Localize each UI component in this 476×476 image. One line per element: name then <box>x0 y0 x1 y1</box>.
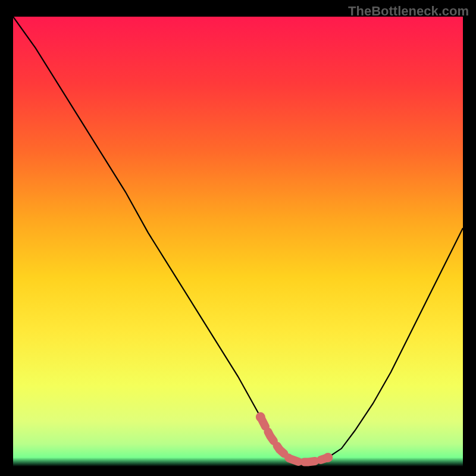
optimal-endpoint <box>323 453 333 462</box>
curve-overlay <box>13 17 463 466</box>
bottleneck-curve-line <box>13 17 463 462</box>
optimal-band <box>261 417 328 462</box>
chart-container: TheBottleneck.com <box>0 0 476 476</box>
optimal-endpoint <box>256 412 265 422</box>
plot-area <box>13 17 463 466</box>
watermark-text: TheBottleneck.com <box>348 4 469 19</box>
optimal-zone-markers <box>256 412 333 462</box>
